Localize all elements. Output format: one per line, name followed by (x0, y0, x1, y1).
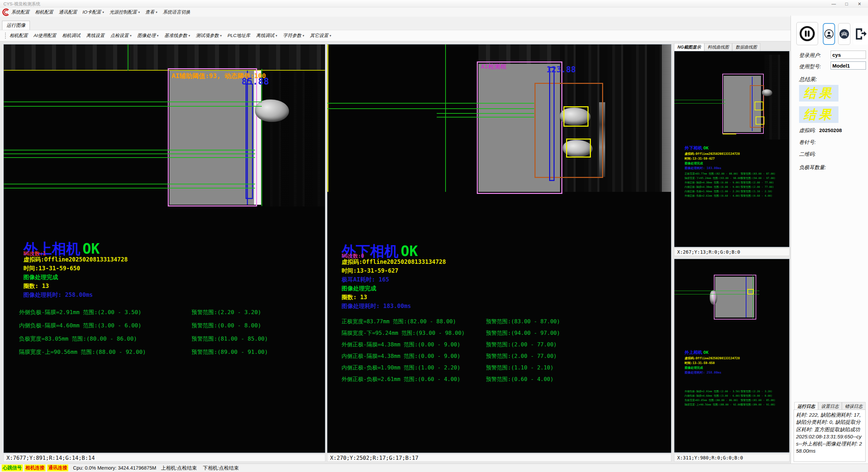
preview2-camera-title: 外上相机OK (685, 349, 709, 356)
preview1-green-hline (674, 100, 725, 100)
center-blue-measure-box (549, 67, 555, 181)
left-green-edge-line (261, 69, 262, 206)
preview1-process-time: 图像处理耗时: 183.00ms (685, 166, 721, 170)
preview1-measurements: 正极宽度=83.77mm 范围:(82.00 - 88.00) 预警范围:(83… (685, 172, 775, 199)
menu-item[interactable]: IO卡配置 ▾ (83, 9, 104, 15)
toolbar-item[interactable]: 测试项参数 ▾ (196, 33, 222, 39)
center-virtual-code: 虚拟码:Offline20250208133134728 (342, 258, 446, 266)
toolbar-item[interactable]: AI使用配置 (34, 33, 56, 39)
toolbar-item[interactable]: 离线设置 (86, 33, 105, 39)
center-orange-detect-box (535, 83, 603, 178)
toolbar-item[interactable]: 点检设置 ▾ (110, 33, 132, 39)
center-ai-box-label: AI检测框 (481, 62, 507, 71)
preview-tab-bar: NG截图显示料线曲线图数据曲线图 (674, 43, 796, 51)
measurement-row: 隔膜宽度-上=90.56mm 范围:(88.00 - 92.00) 预警范围:(… (685, 403, 775, 407)
measurement-row: 隔膜宽度-上=90.56mm 范围:(88.00 - 92.00) 预警范围:(… (19, 348, 268, 362)
toolbar-item[interactable]: 离线调试 ▾ (256, 33, 277, 39)
menu-item[interactable]: 相机配置 (35, 9, 53, 15)
left-green-hline (4, 150, 255, 150)
model-input[interactable] (831, 61, 866, 70)
left-pixel-coordinates: X:7677;Y:891;R:14;G:14;B:14 (3, 454, 325, 462)
left-camera-view[interactable]: AI辅助阈值:93, 动态阈值:100 85.88 外上相机OK NG次数:1 … (3, 44, 325, 453)
preview1-camera-title: 外下相机OK (685, 145, 709, 151)
preview1-green-hline (674, 103, 725, 104)
minimize-button[interactable]: — (827, 0, 840, 7)
virtual-code-value: 20250208 (819, 127, 842, 133)
measurement-row: 负极宽度=83.05mm 范围:(80.00 - 86.00) 预警范围:(81… (19, 335, 268, 348)
preview-tab[interactable]: 料线曲线图 (704, 43, 733, 51)
menu-item[interactable]: 系统配置 (11, 9, 30, 15)
center-green-hline (327, 108, 534, 109)
left-measurement-list: 外侧负极-隔膜=2.91mm 范围:(2.00 - 3.50) 预警范围:(2.… (19, 309, 268, 362)
preview2-time: 时间:13-31-59-650 (685, 361, 715, 365)
center-yellow-tab-box-1 (563, 106, 589, 127)
measurement-row: 外侧正极-负极=2.61mm 范围:(0.60 - 4.00) 预警范围:(0.… (685, 194, 775, 199)
menu-item[interactable]: 光源控制配置 ▾ (109, 9, 140, 15)
measurement-row: 外侧正极-负极=2.61mm 范围:(0.60 - 4.00) 预警范围:(0.… (342, 376, 560, 387)
preview1-yellow-marker (723, 133, 736, 134)
preview2-pixel-coordinates: X:311;Y:980;R:0;G:0;B:0 (674, 454, 790, 462)
users-button[interactable] (838, 23, 850, 45)
measurement-row: 正极宽度=83.77mm 范围:(82.00 - 88.00) 预警范围:(83… (685, 172, 775, 177)
left-roi-box (168, 68, 257, 206)
status-bar: 心跳信号 相机连接 通讯连接 Cpu: 0.0% Memory: 3424.41… (0, 464, 868, 472)
preview2-green-hline (674, 294, 759, 294)
left-metal-tab (255, 99, 289, 122)
model-label: 使用型号: (799, 63, 821, 70)
center-pixel-coordinates: X:270;Y:2502;R:17;G:17;B:17 (327, 454, 671, 462)
measurement-row: 内侧正极-负极=1.90mm 范围:(1.00 - 2.20) 预警范围:(1.… (342, 364, 560, 376)
measurement-row: 外侧正极-隔膜=4.38mm 范围:(0.00 - 9.00) 预警范围:(2.… (685, 181, 775, 185)
cpu-memory-text: Cpu: 0.0% Memory: 3424.41796875M (73, 465, 156, 471)
ng-preview-lower[interactable]: 外上相机OK 虚拟码:Offline20250208133134728 时间:1… (674, 259, 790, 453)
comm-connect-badge: 通讯连接 (47, 465, 68, 471)
toolbar-item[interactable]: 字符参数 ▾ (283, 33, 304, 39)
tab-run-image[interactable]: 运行图像 (2, 21, 30, 30)
pause-button[interactable] (796, 22, 818, 45)
run-log-text[interactable]: 耗时: 222, 缺陷检测耗时: 17, 缺陷分类耗时: 0, 缺陷提取分区耗时… (794, 410, 866, 462)
left-green-hline (4, 106, 262, 107)
login-user-input[interactable] (831, 51, 866, 59)
preview2-process-time: 图像处理耗时: 258.00ms (685, 370, 721, 375)
preview-tab[interactable]: 数据曲线图 (732, 43, 760, 51)
chevron-down-icon: ▾ (138, 11, 140, 14)
center-green-hline (437, 113, 534, 114)
left-green-vline (128, 44, 128, 71)
measurement-row: 外侧负极-隔膜=2.91mm 范围:(2.00 - 3.50) 预警范围:(2.… (685, 390, 775, 394)
toolbar-item[interactable]: 相机配置 (10, 33, 28, 39)
result-block-1: 结果 (799, 85, 838, 102)
toolbar-item[interactable]: 其它设置 ▾ (310, 33, 331, 39)
close-button[interactable]: ✕ (853, 0, 866, 7)
camera-connect-badge: 相机连接 (24, 465, 46, 471)
toolbar-item[interactable]: 基准线参数 ▾ (164, 33, 190, 39)
left-blue-measure-box (246, 84, 253, 199)
maximize-button[interactable]: □ (840, 0, 853, 7)
center-ai-time: 极耳AI耗时: 165 (342, 276, 389, 284)
user-icon (824, 28, 834, 40)
ng-preview-upper[interactable]: 外下相机OK 虚拟码:Offline20250208133134728 时间:1… (674, 51, 790, 247)
preview-tab[interactable]: NG截图显示 (674, 43, 704, 51)
left-process-time: 图像处理耗时: 258.00ms (23, 291, 93, 299)
preview1-metal-tab (762, 89, 772, 96)
app-window: CYS-视觉检测系统 — □ ✕ 系统配置 相机配置 通讯配置 (0, 0, 868, 472)
left-time: 时间:13-31-59-650 (23, 265, 80, 272)
preview2-green-vline (753, 275, 753, 319)
logout-button[interactable] (853, 23, 868, 45)
qr-code-label: 二维码: (799, 151, 816, 158)
toolbar-grip-handle[interactable] (5, 32, 6, 39)
toolbar-item[interactable]: PLC地址库 (228, 33, 250, 39)
window-title: CYS-视觉检测系统 (3, 1, 40, 7)
menu-item[interactable]: 通讯配置 (59, 9, 77, 15)
heartbeat-status-badge: 心跳信号 (2, 465, 23, 471)
menu-item[interactable]: 系统语言切换 (163, 9, 190, 15)
user-button[interactable] (823, 23, 835, 45)
menu-item[interactable]: 查看 ▾ (145, 9, 158, 15)
total-result-label: 总结果: (799, 76, 817, 83)
toolbar-item[interactable]: 相机调试 (62, 33, 80, 39)
preview2-roi-box (714, 275, 756, 320)
virtual-code-label: 虚拟码: 20250208 (799, 127, 842, 134)
center-camera-view[interactable]: AI检测框 123.88 外下相机OK NG次数:0 虚拟码:Offline20… (327, 44, 671, 453)
chevron-down-icon: ▾ (188, 34, 190, 37)
preview1-yellow-box-1 (755, 102, 763, 110)
toolbar-item[interactable]: 图像处理 ▾ (137, 33, 159, 39)
preview1-time: 时间:13-31-59-627 (685, 157, 715, 161)
